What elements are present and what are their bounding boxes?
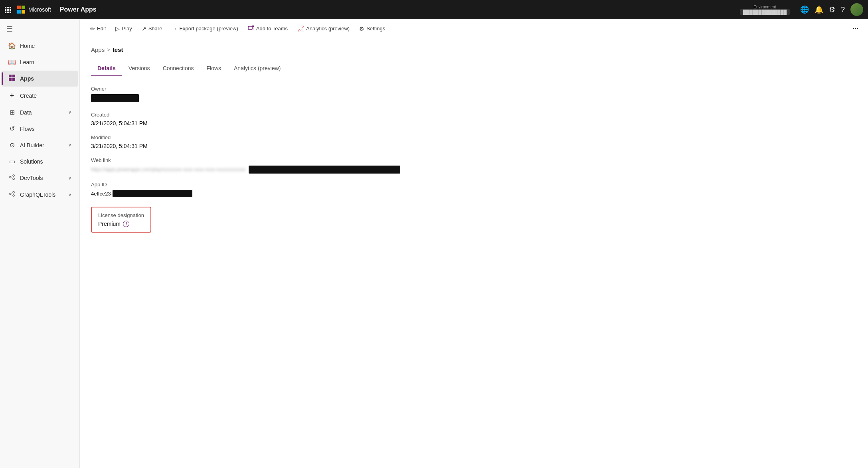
sidebar-label-home: Home (20, 43, 35, 49)
settings-button[interactable]: ⚙ Settings (355, 23, 389, 34)
analytics-icon: 📈 (297, 26, 304, 32)
sidebar-item-ai-builder[interactable]: ⊙ AI Builder ∨ (2, 137, 78, 153)
user-avatar[interactable] (850, 3, 863, 16)
app-id-redacted (113, 190, 192, 197)
license-premium-text: Premium (98, 221, 121, 227)
topbar-icons: 🌐 🔔 ⚙ ? (800, 3, 863, 16)
notifications-icon[interactable]: 🔔 (815, 6, 823, 13)
app-brand: Power Apps (60, 6, 97, 13)
teams-icon (248, 25, 254, 32)
modified-section: Modified 3/21/2020, 5:04:31 PM (91, 134, 857, 149)
sidebar-item-learn[interactable]: 📖 Learn (2, 54, 78, 70)
modified-value: 3/21/2020, 5:04:31 PM (91, 143, 857, 149)
sidebar-item-flows[interactable]: ↺ Flows (2, 121, 78, 136)
add-to-teams-button[interactable]: Add to Teams (244, 22, 292, 35)
globe-icon[interactable]: 🌐 (800, 6, 809, 13)
solutions-icon: ▭ (8, 158, 16, 165)
sidebar-label-learn: Learn (20, 59, 34, 65)
owner-section: Owner (91, 86, 857, 104)
sidebar-label-apps: Apps (20, 75, 34, 82)
svg-point-7 (10, 193, 11, 195)
web-link-section: Web link https://apps.powerapps.com/play… (91, 157, 857, 174)
sidebar-item-apps[interactable]: Apps (2, 71, 78, 87)
sidebar-item-solutions[interactable]: ▭ Solutions (2, 154, 78, 169)
chevron-down-icon-graphql: ∨ (68, 192, 71, 197)
topbar: Microsoft Power Apps Environment ███████… (0, 0, 868, 19)
export-icon: → (172, 26, 177, 32)
svg-rect-3 (12, 78, 15, 81)
tab-details[interactable]: Details (91, 61, 122, 76)
command-bar: ✏ Edit ▷ Play ↗ Share → Export package (… (80, 19, 868, 38)
created-label: Created (91, 112, 857, 118)
modified-label: Modified (91, 134, 857, 140)
play-button[interactable]: ▷ Play (111, 23, 136, 34)
ai-builder-icon: ⊙ (8, 141, 16, 149)
export-label: Export package (preview) (179, 26, 238, 32)
sidebar-item-devtools[interactable]: DevTools ∨ (2, 170, 78, 186)
edit-button[interactable]: ✏ Edit (86, 23, 110, 34)
owner-label: Owner (91, 86, 857, 92)
license-box: License designation Premium i (91, 207, 151, 233)
chevron-down-icon-dev: ∨ (68, 176, 71, 181)
license-section: License designation Premium i (91, 205, 857, 233)
environment-value: ██████████████ (740, 9, 790, 15)
page-body: Apps > test Details Versions Connections… (80, 38, 868, 468)
analytics-button[interactable]: 📈 Analytics (preview) (293, 23, 354, 34)
more-button[interactable]: ··· (849, 23, 862, 34)
sidebar-label-data: Data (20, 109, 32, 116)
edit-icon: ✏ (90, 26, 95, 32)
web-link-blurred: https://apps.powerapps.com/play/xxxxxxxx… (91, 167, 245, 172)
devtools-icon (8, 174, 16, 182)
sidebar-item-graphql[interactable]: GraphQLTools ∨ (2, 187, 78, 203)
microsoft-label: Microsoft (28, 6, 51, 13)
breadcrumb-separator: > (107, 47, 110, 53)
microsoft-logo: Microsoft (17, 6, 51, 14)
owner-value-redacted (91, 94, 139, 102)
license-designation-label: License designation (98, 212, 144, 218)
svg-point-11 (252, 26, 254, 28)
home-icon: 🏠 (8, 42, 16, 49)
svg-rect-1 (12, 75, 15, 77)
share-button[interactable]: ↗ Share (138, 23, 166, 34)
environment-selector[interactable]: Environment ██████████████ (740, 5, 790, 15)
sidebar-label-devtools: DevTools (20, 175, 43, 181)
graphql-icon (8, 191, 16, 199)
tab-analytics[interactable]: Analytics (preview) (227, 61, 287, 76)
web-link-redacted (249, 166, 400, 174)
sidebar-label-create: Create (20, 93, 37, 99)
web-link-row: https://apps.powerapps.com/play/xxxxxxxx… (91, 166, 857, 174)
analytics-label: Analytics (preview) (306, 26, 350, 32)
breadcrumb-current: test (113, 46, 123, 53)
svg-point-8 (13, 192, 14, 193)
create-icon: + (8, 91, 16, 100)
learn-icon: 📖 (8, 58, 16, 66)
share-label: Share (148, 26, 162, 32)
tab-versions[interactable]: Versions (122, 61, 156, 76)
settings-icon-cmd: ⚙ (359, 26, 364, 32)
sidebar-label-graphql: GraphQLTools (20, 192, 55, 198)
tabs: Details Versions Connections Flows Analy… (91, 61, 857, 76)
waffle-menu[interactable] (5, 7, 11, 13)
help-icon[interactable]: ? (841, 6, 845, 13)
tab-connections[interactable]: Connections (156, 61, 200, 76)
created-value: 3/21/2020, 5:04:31 PM (91, 120, 857, 126)
app-id-section: App ID 4effce23- (91, 182, 857, 197)
settings-icon[interactable]: ⚙ (829, 6, 835, 13)
environment-label: Environment (753, 5, 776, 9)
sidebar-item-data[interactable]: ⊞ Data ∨ (2, 105, 78, 120)
share-icon: ↗ (142, 26, 146, 32)
breadcrumb-apps-link[interactable]: Apps (91, 46, 105, 53)
play-label: Play (122, 26, 132, 32)
edit-label: Edit (97, 26, 106, 32)
svg-rect-10 (248, 26, 252, 30)
svg-point-5 (13, 175, 14, 176)
sidebar-toggle[interactable]: ☰ (0, 21, 79, 38)
export-button[interactable]: → Export package (preview) (168, 23, 242, 34)
tab-flows[interactable]: Flows (200, 61, 227, 76)
flows-icon: ↺ (8, 125, 16, 132)
sidebar-item-create[interactable]: + Create (2, 87, 78, 104)
sidebar-item-home[interactable]: 🏠 Home (2, 38, 78, 53)
add-to-teams-label: Add to Teams (256, 26, 288, 32)
info-icon[interactable]: i (123, 221, 129, 227)
svg-rect-0 (9, 75, 12, 77)
